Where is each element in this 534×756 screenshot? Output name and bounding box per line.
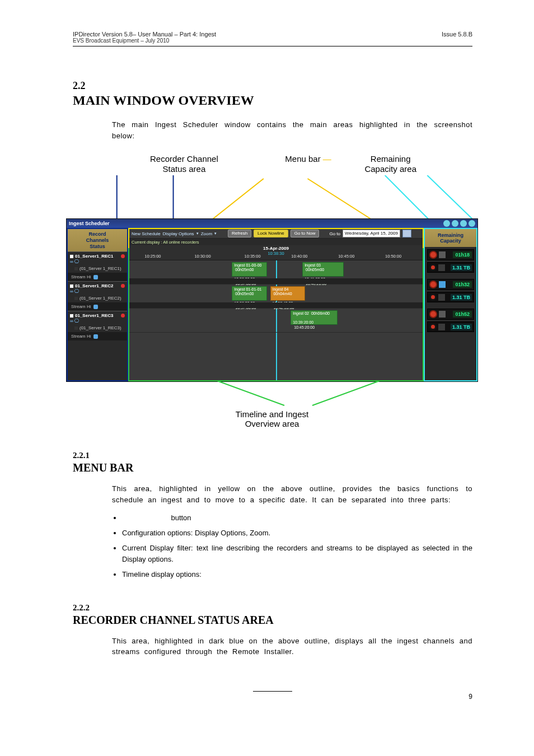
channel-block[interactable]: 01_Server1_REC1∞ 🖵(01_Server 1_REC1)Stre… [68,251,127,281]
svg-line-6 [217,381,284,405]
stream-row[interactable]: Stream Hi [68,332,127,340]
callout-timeline-overview: Timeline and Ingest Overview area [66,409,478,428]
track-row[interactable]: Ingest 01-01-01 00h05m0010:32:00:00 10:3… [129,284,423,309]
section-number: 2.2 [73,80,472,92]
ingest-block[interactable]: Ingest 01-00-00 00h05m0010:32:00:00 10:3… [232,262,267,277]
capacity-disk: 1.31 TB [451,294,472,301]
ruler-tick: 10:40:00 [291,254,307,259]
window-titlebar: Ingest Scheduler [67,219,477,228]
track-row[interactable]: Ingest 02 00h06m0010:39:20:00 10:45:20:0… [129,309,423,333]
channel-title: 01_Server1_REC3 [70,313,125,318]
ingest-block[interactable]: Ingest 03 00h05m0010:41:20:00 10:46:20:0… [302,262,343,277]
menu-bar: New Schedule Display Options▾ Zoom▾ Refr… [129,229,423,239]
figure: Recorder Channel Status area Menu bar — … [66,148,478,428]
record-indicator-icon [121,314,125,318]
ingest-block[interactable]: Ingest 02 00h06m0010:39:20:00 10:45:20:0… [291,310,338,325]
callout-menu-bar: Menu bar — [285,154,331,174]
date-picker[interactable]: Wednesday, April 15, 2009 [343,230,400,237]
header-rule [73,46,472,46]
ruler-tick: 10:45:00 [338,254,354,259]
list-item: New Schedule button [122,512,472,524]
channel-sub: (01_Server 1_REC1) [74,266,125,271]
stream-icon [93,305,98,309]
capacity-disk-row: 1.31 TB [427,321,474,332]
current-display-filter: Current display : All online recorders [129,239,423,245]
capacity-block: 01h181.31 TB [425,247,476,277]
display-options-menu[interactable]: Display Options [163,231,194,236]
svg-line-5 [427,175,472,219]
stream-row[interactable]: Stream Hi [68,302,127,311]
go-to-label: Go to [329,231,340,236]
ingest-scheduler-window: Ingest Scheduler Record Channels Status [66,218,478,382]
page-number: 9 [469,693,472,701]
titlebar-button[interactable] [460,220,467,227]
record-dot-icon [429,281,437,288]
subsection-title: MENU BAR [73,461,472,474]
storage-icon [438,294,445,301]
capacity-time: 01h52 [453,311,472,318]
ruler-tick: 10:35:00 [244,254,260,259]
timeline-ruler: 15-Apr-2009 10:38:30 10:25:0010:30:0010:… [129,245,423,260]
timeline-area: New Schedule Display Options▾ Zoom▾ Refr… [128,228,424,381]
section-title: MAIN WINDOW OVERVIEW [73,93,472,108]
subsection-number: 2.2.2 [73,603,472,613]
channel-title: 01_Server1_REC1 [70,254,125,259]
capacity-time: 01h18 [453,251,472,258]
capacity-disk: 1.31 TB [451,264,472,271]
channel-block[interactable]: 01_Server1_REC3∞ 🖵(01_Server 1_REC3)Stre… [68,311,127,340]
lock-nowline-button[interactable]: Lock Nowline [254,230,288,237]
svg-line-3 [308,179,371,219]
zoom-menu[interactable]: Zoom [201,231,212,236]
date-dropdown-icon[interactable] [402,230,411,237]
ruler-tick: 10:30:00 [194,254,210,259]
ingest-block[interactable]: Ingest 01-01-01 00h05m0010:32:00:00 10:3… [232,286,267,301]
page-footer: 9 [73,691,472,701]
stream-row[interactable]: Stream Hi [68,273,127,281]
capacity-time-row: 01h18 [427,249,474,260]
go-to-now-button[interactable]: Go to Now [291,230,320,237]
capacity-disk-row: 1.31 TB [427,262,474,273]
titlebar-button[interactable] [452,220,458,227]
capacity-time: 01h32 [453,281,472,288]
header-issue: Issue 5.8.B [442,31,472,44]
header-title: IPDirector Version 5.8– User Manual – Pa… [73,31,216,38]
list-item: Configuration options: Display Options, … [122,528,472,539]
ingest-block[interactable]: Ingest 04 00h04m4010:37:40:00 10:42:20:0… [270,286,306,301]
capacity-time-row: 01h52 [427,309,474,320]
header-subtitle: EVS Broadcast Equipment – July 2010 [73,38,216,44]
callout-recorder-status: Recorder Channel Status area [150,154,218,174]
tracks-area[interactable]: Ingest 01-00-00 00h05m0010:32:00:00 10:3… [129,260,423,380]
disk-icon [429,264,437,271]
capacity-disk: 1.31 TB [451,324,472,330]
storage-icon [438,264,445,271]
remaining-capacity-area: Remaining Capacity 01h181.31 TB01h321.31… [424,228,477,381]
channel-icons: ∞ 🖵 [70,259,125,264]
capacity-disk-row: 1.31 TB [427,292,474,302]
section-intro: The main Ingest Scheduler window contain… [112,119,472,141]
stream-icon [93,334,98,339]
disk-icon [429,293,437,301]
subsection-title: RECORDER CHANNEL STATUS AREA [73,614,472,627]
titlebar-button[interactable] [469,220,475,227]
record-dot-icon [429,310,437,318]
svg-line-2 [213,179,264,219]
svg-line-4 [385,175,429,219]
stream-icon [93,275,98,279]
channel-block[interactable]: 01_Server1_REC2∞ 🖵(01_Server 1_REC2)Stre… [68,281,127,311]
track-row[interactable]: Ingest 01-00-00 00h05m0010:32:00:00 10:3… [129,260,423,284]
sub2-para: This area, highlighted in dark blue on t… [112,636,472,657]
titlebar-button[interactable] [443,220,450,227]
recorder-channel-status-area: Record Channels Status 01_Server1_REC1∞ … [67,228,128,381]
capacity-block: 01h321.31 TB [425,277,476,306]
channel-title: 01_Server1_REC2 [70,283,125,288]
refresh-button[interactable]: Refresh [228,230,251,237]
disk-icon [429,323,437,330]
capacity-icon [439,311,446,318]
left-header: Record Channels Status [68,229,127,251]
new-schedule-menu[interactable]: New Schedule [132,231,161,236]
channel-icons: ∞ 🖵 [70,289,125,294]
sub1-bullets: New Schedule button Configuration option… [112,512,472,581]
record-indicator-icon [121,254,125,258]
subsection-number: 2.2.1 [73,451,472,460]
capacity-icon [439,281,446,288]
